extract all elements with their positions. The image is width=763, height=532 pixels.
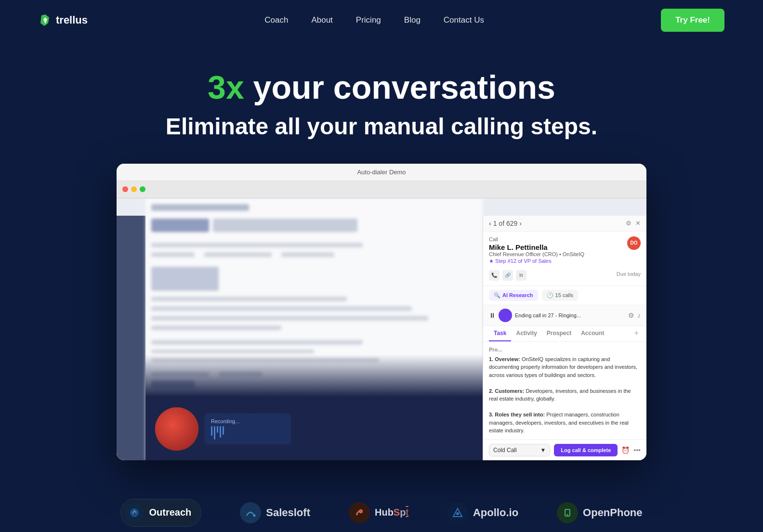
avatar: DO <box>627 236 641 250</box>
music-icon[interactable]: ♪ <box>637 311 641 319</box>
svg-point-7 <box>456 512 459 515</box>
prospect-item-3-label: 3. Roles they sell into: <box>489 412 545 417</box>
linkedin-icon[interactable]: in <box>516 270 526 281</box>
contact-name: Mike L. Pettinella <box>489 243 584 251</box>
logo-icon <box>39 13 52 27</box>
calls-history-button[interactable]: 🕐 15 calls <box>542 290 578 301</box>
prospect-item-1-label: 1. Overview: <box>489 356 520 362</box>
navigation: trellus Coach About Pricing Blog Contact… <box>0 0 763 40</box>
integration-openphone: OpenPhone <box>557 502 642 523</box>
apollo-label: Apollo.io <box>473 506 518 519</box>
call-type-label: Cold Call <box>493 447 517 454</box>
panel-body: Pro... 1. Overview: OnSiteIQ specializes… <box>483 342 646 440</box>
pause-button[interactable]: ⏸ <box>489 311 496 319</box>
close-icon[interactable]: ✕ <box>635 220 641 227</box>
phone-icon[interactable]: 📞 <box>489 270 500 281</box>
integrations-bar: Outreach Salesloft HubSpt <box>0 480 763 532</box>
settings-call-icon[interactable]: ⚙ <box>628 311 634 319</box>
tab-prospect[interactable]: Prospect <box>542 326 576 341</box>
svg-point-1 <box>253 514 256 517</box>
sidebar-blur <box>117 216 145 460</box>
panel-tabs: Task Activity Prospect Account + <box>483 326 646 342</box>
tab-task[interactable]: Task <box>489 326 511 341</box>
prospect-item-2-label: 2. Customers: <box>489 388 524 394</box>
outreach-label: Outreach <box>149 507 191 518</box>
link-icon[interactable]: 🔗 <box>502 270 513 281</box>
logo[interactable]: trellus <box>39 13 88 27</box>
calls-count-label: 15 calls <box>555 292 573 298</box>
panel-nav-arrows: ‹ 1 of 629 › <box>489 220 522 227</box>
svg-point-5 <box>356 513 358 515</box>
panel-footer: Cold Call ▼ Log call & complete ⏰ ••• <box>483 440 646 460</box>
due-date: Due today <box>617 271 641 277</box>
outreach-icon <box>125 503 144 522</box>
tab-account[interactable]: Account <box>576 326 609 341</box>
demo-title-bar: Auto-dialer Demo <box>117 164 646 181</box>
integration-outreach: Outreach <box>120 499 201 527</box>
maximize-dot <box>140 186 145 192</box>
call-status: Ending call in 27 - Ringing... <box>515 312 625 318</box>
hero-headline: 3x your conversations <box>0 69 763 105</box>
integration-salesloft: Salesloft <box>240 502 310 523</box>
contact-title: Chief Revenue Officer (CRO) • OnSiteIQ <box>489 251 584 257</box>
log-call-button[interactable]: Log call & complete <box>554 444 618 456</box>
nav-pricing[interactable]: Pricing <box>356 15 381 25</box>
openphone-label: OpenPhone <box>583 506 642 519</box>
hero-headline-green: 3x <box>208 69 244 105</box>
demo-window: Recording... <box>117 181 646 460</box>
call-type-select[interactable]: Cold Call ▼ <box>489 444 550 456</box>
demo-title: Auto-dialer Demo <box>357 169 406 176</box>
panel-counter: 1 of 629 <box>493 220 518 227</box>
settings-icon[interactable]: ⚙ <box>626 220 631 227</box>
try-free-button[interactable]: Try Free! <box>661 9 724 32</box>
contact-step: ★ Step #12 of VP of Sales <box>489 258 584 264</box>
prev-arrow[interactable]: ‹ <box>489 220 491 227</box>
minimize-dot <box>131 186 137 192</box>
demo-container: Auto-dialer Demo <box>117 164 646 460</box>
nav-coach[interactable]: Coach <box>264 15 288 25</box>
nav-about[interactable]: About <box>311 15 332 25</box>
salesloft-label: Salesloft <box>266 506 310 519</box>
close-dot <box>122 186 128 192</box>
alarm-icon[interactable]: ⏰ <box>621 446 630 454</box>
dropdown-icon: ▼ <box>540 447 546 454</box>
hero-headline-white: your conversations <box>244 69 555 105</box>
call-panel: ‹ 1 of 629 › ⚙ ✕ Call <box>483 216 646 460</box>
history-icon: 🕐 <box>547 292 553 298</box>
hubspot-label: HubSpt <box>375 507 408 518</box>
add-tab-button[interactable]: + <box>632 326 641 341</box>
logo-text: trellus <box>56 14 88 26</box>
tab-activity[interactable]: Activity <box>511 326 541 341</box>
nav-links: Coach About Pricing Blog Contact Us <box>264 15 484 25</box>
prospect-text: 1. Overview: OnSiteIQ specializes in cap… <box>489 355 641 440</box>
contact-social: 📞 🔗 in <box>489 270 526 281</box>
integration-apollo: Apollo.io <box>447 502 518 523</box>
window-chrome <box>117 181 646 198</box>
svg-point-0 <box>131 509 138 517</box>
nav-blog[interactable]: Blog <box>404 15 421 25</box>
prospect-header: Pro... <box>489 347 641 352</box>
call-avatar-icon <box>499 309 512 322</box>
hero-section: 3x your conversations Eliminate all your… <box>0 40 763 164</box>
search-icon: 🔍 <box>494 292 500 298</box>
svg-point-9 <box>567 514 568 515</box>
next-arrow[interactable]: › <box>519 220 522 227</box>
panel-call-bar: ⏸ Ending call in 27 - Ringing... ⚙ ♪ <box>483 305 646 326</box>
dark-popup: Recording... <box>145 354 483 460</box>
footer-icons: ⏰ ••• <box>621 446 641 454</box>
more-options-icon[interactable]: ••• <box>633 446 641 454</box>
nav-contact[interactable]: Contact Us <box>444 15 484 25</box>
integration-hubspot: HubSpt <box>349 502 408 523</box>
panel-icons: ⚙ ✕ <box>626 220 641 227</box>
svg-line-4 <box>357 511 359 513</box>
demo-main-content: Recording... <box>117 198 646 460</box>
panel-actions: 🔍 AI Research 🕐 15 calls <box>483 286 646 305</box>
svg-point-3 <box>360 510 362 512</box>
ai-research-label: AI Research <box>502 292 533 298</box>
panel-header: ‹ 1 of 629 › ⚙ ✕ <box>483 216 646 232</box>
hero-subheadline: Eliminate all your manual calling steps. <box>0 113 763 140</box>
panel-contact: Call Mike L. Pettinella Chief Revenue Of… <box>483 232 646 286</box>
ai-research-button[interactable]: 🔍 AI Research <box>489 290 538 301</box>
contact-type: Call <box>489 236 584 242</box>
